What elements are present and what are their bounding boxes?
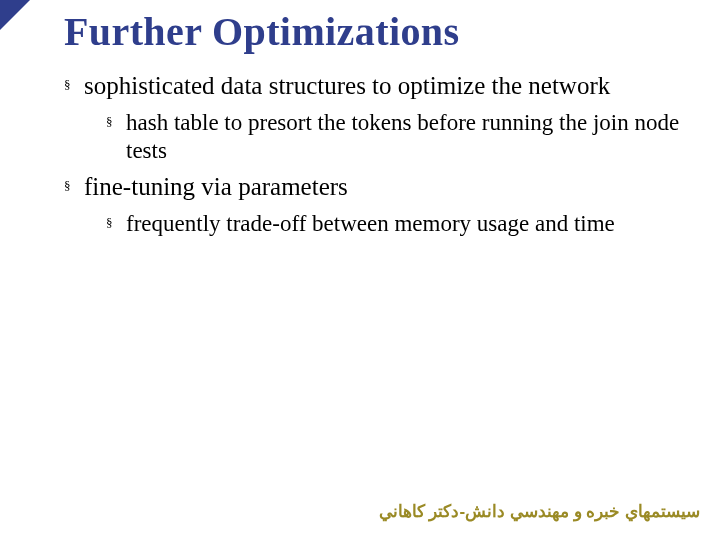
list-item: frequently trade-off between memory usag… bbox=[106, 210, 692, 238]
slide-title: Further Optimizations bbox=[64, 8, 692, 55]
sub-bullet-list: frequently trade-off between memory usag… bbox=[106, 210, 692, 238]
slide: Further Optimizations sophisticated data… bbox=[0, 0, 720, 238]
sub-bullet-list: hash table to presort the tokens before … bbox=[106, 109, 692, 164]
bullet-text: sophisticated data structures to optimiz… bbox=[84, 72, 610, 99]
bullet-text: frequently trade-off between memory usag… bbox=[126, 211, 615, 236]
list-item: hash table to presort the tokens before … bbox=[106, 109, 692, 164]
bullet-text: fine-tuning via parameters bbox=[84, 173, 348, 200]
list-item: fine-tuning via parameters frequently tr… bbox=[64, 172, 692, 238]
bullet-text: hash table to presort the tokens before … bbox=[126, 110, 679, 163]
corner-triangle bbox=[0, 0, 30, 30]
bullet-list: sophisticated data structures to optimiz… bbox=[64, 71, 692, 238]
footer-text: سيستمهاي خبره و مهندسي دانش-دكتر كاهاني bbox=[379, 501, 700, 522]
list-item: sophisticated data structures to optimiz… bbox=[64, 71, 692, 164]
